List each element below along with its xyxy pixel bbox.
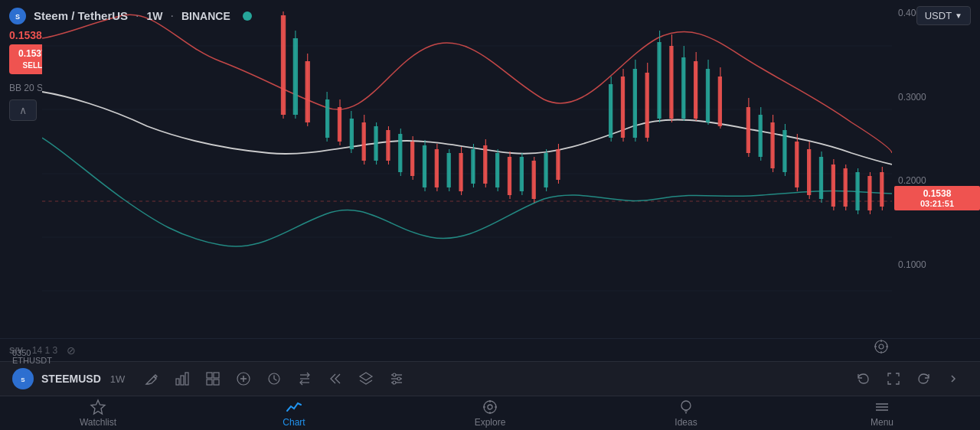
svg-rect-61 [645,73,649,138]
menu-icon [874,399,890,415]
explore-label: Explore [475,417,506,428]
svg-rect-49 [532,161,536,199]
main-chart [42,0,892,306]
price-badge-value: 0.1538 [899,188,975,199]
svg-rect-43 [495,153,499,187]
replay-button[interactable] [261,366,287,392]
price-axis: 0.4000 0.3000 0.2000 0.1000 0.00 [892,0,980,361]
fullscreen-button[interactable] [880,366,906,392]
layout-button[interactable] [200,366,226,392]
svg-rect-83 [795,142,799,187]
svg-point-100 [879,344,884,349]
rewind-button[interactable] [322,366,348,392]
svg-text:S: S [21,376,25,383]
draw-tool-button[interactable] [139,366,165,392]
menu-label: Menu [871,417,893,428]
chart-type-button[interactable] [169,366,195,392]
header: S Steem / TetherUS · 1W · BINANCE USDT ▼ [0,0,980,31]
separator: · [136,9,139,23]
currency-selector[interactable]: USDT ▼ [916,6,971,25]
svg-rect-112 [207,380,212,385]
svg-rect-85 [807,149,811,195]
svg-point-129 [484,401,496,413]
svg-point-125 [393,373,396,376]
live-indicator [243,11,252,21]
nav-watchlist[interactable]: Watchlist [0,396,196,430]
current-price-badge: 0.1538 03:21:51 [894,186,980,210]
nav-menu[interactable]: Menu [784,396,980,430]
exchange-label: BINANCE [181,10,230,22]
symbol-title: Steem / TetherUS [34,9,128,22]
svg-rect-113 [214,380,219,385]
svg-text:S: S [15,13,20,21]
svg-rect-55 [609,84,612,138]
svg-rect-111 [214,373,219,378]
undo-button[interactable] [850,366,876,392]
steem-pair-logo: S [12,368,34,389]
timeframe-badge: 1W [147,10,163,22]
svg-point-126 [397,377,400,380]
svg-point-130 [488,405,492,409]
settings-button[interactable] [384,366,410,392]
redo-button[interactable] [911,366,937,392]
more-button[interactable] [942,366,968,392]
collapse-button[interactable]: ∧ [9,99,37,121]
pair-label: STEEMUSD [41,373,101,385]
time-badge-value: 03:21:51 [899,199,975,208]
ideas-icon [678,399,694,415]
target-icon[interactable] [871,336,892,357]
svg-point-99 [875,340,887,353]
nav-explore[interactable]: Explore [392,396,588,430]
price-level-03: 0.3000 [898,92,974,103]
pair-price-secondary: 0350 [0,347,153,359]
watchlist-label: Watchlist [80,417,116,428]
chevron-up-icon: ∧ [19,104,27,116]
svg-rect-77 [759,115,763,157]
nav-ideas[interactable]: Ideas [588,396,784,430]
currency-label: USDT [925,10,952,21]
watchlist-icon [90,399,106,415]
chart-label: Chart [283,417,305,428]
chevron-down-icon: ▼ [955,11,962,20]
svg-rect-29 [410,142,414,176]
price-level-01: 0.1000 [898,259,974,270]
svg-marker-128 [91,400,105,414]
svg-rect-110 [207,373,212,378]
svg-rect-23 [374,126,377,161]
separator2: · [171,9,174,23]
ideas-label: Ideas [675,417,697,428]
svg-marker-121 [360,373,372,380]
svg-rect-107 [176,379,179,385]
svg-rect-97 [880,172,884,207]
nav-chart[interactable]: Chart [196,396,392,430]
chart-icon [286,399,302,415]
svg-rect-69 [694,61,697,119]
steem-logo-icon: S [9,8,26,24]
svg-rect-109 [185,373,188,385]
add-indicator-button[interactable] [230,366,256,392]
explore-icon [482,399,498,415]
layers-button[interactable] [353,366,379,392]
price-level-02: 0.2000 [898,175,974,186]
svg-rect-35 [447,153,451,187]
toolbar-timeframe: 1W [110,373,126,385]
svg-point-127 [393,381,396,384]
svg-rect-108 [181,376,184,385]
compare-button[interactable] [292,366,318,392]
svg-point-135 [681,401,691,410]
bottom-nav: Watchlist Chart Explore Ideas [0,396,980,430]
sell-label: SELL [23,60,43,70]
